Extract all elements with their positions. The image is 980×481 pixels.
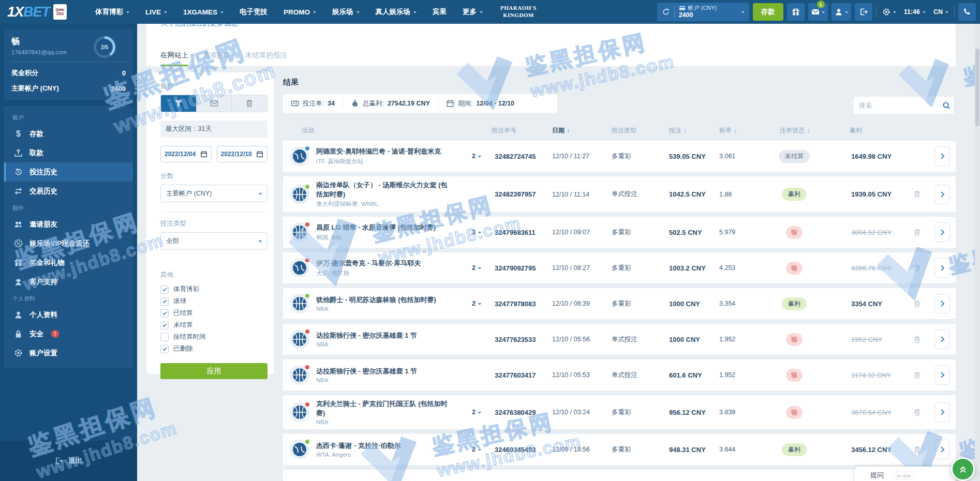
- tab-1[interactable]: 基准赔率: [203, 51, 231, 66]
- nav-item-2[interactable]: 1XGAMES: [183, 8, 224, 16]
- phone-support-button[interactable]: [958, 3, 976, 21]
- language-selector[interactable]: CN: [931, 8, 951, 16]
- trash-icon[interactable]: [913, 264, 921, 273]
- filter-checkbox[interactable]: 已删除: [160, 343, 268, 355]
- event-league: WTA. Angers: [316, 452, 400, 458]
- nav-item-3[interactable]: 电子竞技: [240, 7, 268, 17]
- search-icon[interactable]: [942, 101, 951, 110]
- sidebar-item-support[interactable]: 客户支持: [4, 272, 133, 291]
- sidebar-item-exchange[interactable]: 交易历史: [4, 182, 133, 201]
- bet-type-select[interactable]: 全部: [160, 232, 268, 250]
- apply-button[interactable]: 应用: [160, 363, 268, 379]
- page-scrollbar[interactable]: [975, 24, 980, 481]
- sidebar-item-withdraw[interactable]: 取款: [4, 143, 133, 162]
- sidebar-item-history[interactable]: 投注历史: [4, 162, 133, 182]
- row-detail-button[interactable]: [934, 258, 950, 278]
- sidebar-item-gear[interactable]: 账户设置: [4, 343, 133, 363]
- event-title[interactable]: 杰西卡·蓬谢 - 克拉拉·伯勒尔: [316, 441, 400, 450]
- row-detail-button[interactable]: [934, 146, 950, 166]
- event-title[interactable]: 伊万·谢尔盖奇克 - 马赛尔·库马耶夫: [316, 259, 421, 268]
- event-title[interactable]: 犹他爵士 - 明尼苏达森林狼 (包括加时赛): [316, 295, 436, 305]
- event-title[interactable]: 达拉斯独行侠 - 密尔沃基雄鹿 1 节: [316, 367, 417, 376]
- event-title[interactable]: 达拉斯独行侠 - 密尔沃基雄鹿 1 节: [316, 331, 417, 340]
- chat-widget[interactable]: 提问 on-line: [855, 467, 955, 481]
- expand-toggle[interactable]: 2: [472, 300, 481, 307]
- nav-item-4[interactable]: PROMO: [284, 8, 316, 16]
- trash-icon[interactable]: [913, 408, 921, 417]
- row-detail-button[interactable]: [934, 222, 950, 242]
- expand-toggle[interactable]: 2: [472, 409, 481, 416]
- date-from-input[interactable]: 2022/12/04: [160, 146, 212, 162]
- mail-export-button[interactable]: [197, 95, 232, 112]
- expand-toggle[interactable]: 2: [472, 446, 481, 453]
- gifts-button[interactable]: [787, 3, 805, 21]
- column-header[interactable]: 日期↓: [548, 126, 608, 135]
- sidebar-item-users[interactable]: 邀请朋友: [4, 215, 133, 234]
- column-header[interactable]: 投注↓: [665, 126, 716, 135]
- settings-menu[interactable]: [880, 8, 898, 16]
- row-detail-button[interactable]: [934, 329, 950, 349]
- sidebar-item-deposit[interactable]: 存款: [4, 124, 133, 143]
- brand-logo[interactable]: 1X BET Qatar 2022: [7, 4, 88, 20]
- scrollbar-thumb[interactable]: [975, 49, 979, 126]
- nav-item-1[interactable]: LIVE: [145, 8, 167, 16]
- score-label: 分数: [160, 172, 268, 181]
- logout-button-top[interactable]: [855, 3, 872, 21]
- sidebar-item-gift[interactable]: 奖金和礼物: [4, 253, 133, 272]
- row-detail-button[interactable]: [934, 365, 950, 385]
- chevron-right-icon: [938, 228, 946, 236]
- nav-item-0[interactable]: 体育博彩: [95, 7, 129, 17]
- nav-item-8[interactable]: 更多: [463, 7, 483, 17]
- event-title[interactable]: 克利夫兰骑士 - 萨克拉门托国王队 (包括加时赛): [316, 399, 453, 417]
- row-detail-button[interactable]: [934, 402, 950, 422]
- sidebar-item-cashback[interactable]: 娱乐场VIP现金返还: [4, 234, 133, 253]
- deposit-button[interactable]: 存款: [753, 3, 783, 21]
- tab-0[interactable]: 在网站上: [160, 51, 188, 66]
- sidebar-item-lock[interactable]: 安全!: [4, 324, 133, 343]
- messages-button[interactable]: 1: [808, 3, 828, 21]
- trash-icon[interactable]: [913, 335, 921, 344]
- account-select[interactable]: 主要帐户 (CNY): [160, 185, 268, 202]
- date-to-input[interactable]: 2022/12/10: [217, 146, 268, 162]
- scroll-to-top-button[interactable]: [951, 457, 975, 481]
- filter-checkbox[interactable]: 体育博彩: [160, 283, 268, 295]
- expand-toggle[interactable]: 2: [472, 264, 481, 272]
- filter-checkbox[interactable]: 滚球: [160, 295, 268, 307]
- trash-icon[interactable]: [913, 371, 921, 380]
- column-header[interactable]: 注单状态↓: [761, 126, 828, 135]
- row-detail-button[interactable]: [934, 440, 950, 459]
- event-title[interactable]: 南边传单队（女子） - 汤斯维尔火力女篮 (包括加时赛): [316, 181, 453, 199]
- trash-icon[interactable]: [913, 445, 921, 454]
- trash-icon[interactable]: [913, 228, 921, 237]
- filter-checkbox[interactable]: 已结算: [160, 307, 268, 319]
- row-detail-button[interactable]: [934, 185, 950, 204]
- expand-toggle[interactable]: 2: [472, 153, 481, 160]
- row-detail-button[interactable]: [934, 294, 950, 313]
- refresh-icon[interactable]: [662, 8, 670, 16]
- search-input[interactable]: [859, 102, 942, 109]
- column-header[interactable]: 赔率↓: [716, 126, 761, 135]
- logout-button[interactable]: 退出: [55, 456, 82, 465]
- trash-icon[interactable]: [913, 190, 921, 199]
- event-title[interactable]: 阿德里安·奥耶特滋巴奇 - 迪诺·普利兹米克: [316, 147, 441, 156]
- nav-item-5[interactable]: 娱乐场: [332, 7, 360, 17]
- bet-stake: 956.12 CNY: [665, 409, 716, 416]
- nav-item-pharaohs-kingdom[interactable]: PHARAOH'S KINGDOM: [500, 5, 537, 19]
- filter-checkbox[interactable]: 未结算: [160, 319, 268, 331]
- event-title[interactable]: 昌原 LG 猎隼 - 水原音速彈 (包括加时赛): [316, 223, 436, 232]
- trash-icon[interactable]: [913, 299, 921, 308]
- nav-item-7[interactable]: 宾果: [433, 7, 447, 17]
- sidebar-item-user[interactable]: 个人资料: [4, 305, 133, 324]
- bet-row: 达拉斯独行侠 - 密尔沃基雄鹿 1 节NBA 32477603417 12/10…: [283, 359, 956, 390]
- bet-win: 1649.98 CNY: [828, 153, 903, 160]
- account-selector[interactable]: 帐户 (CNY) 2400: [657, 3, 749, 21]
- nav-item-6[interactable]: 真人娱乐场: [376, 7, 417, 17]
- filter-button[interactable]: [161, 95, 197, 112]
- delete-button[interactable]: [232, 95, 267, 112]
- time-selector[interactable]: 11:46: [902, 8, 928, 16]
- profile-progress-ring[interactable]: 2/5: [94, 36, 115, 58]
- filter-checkbox[interactable]: 按结算时间: [160, 331, 268, 343]
- tab-2[interactable]: 未结算的投注: [245, 51, 287, 66]
- profile-button[interactable]: [831, 3, 851, 21]
- expand-toggle[interactable]: 3: [472, 229, 481, 236]
